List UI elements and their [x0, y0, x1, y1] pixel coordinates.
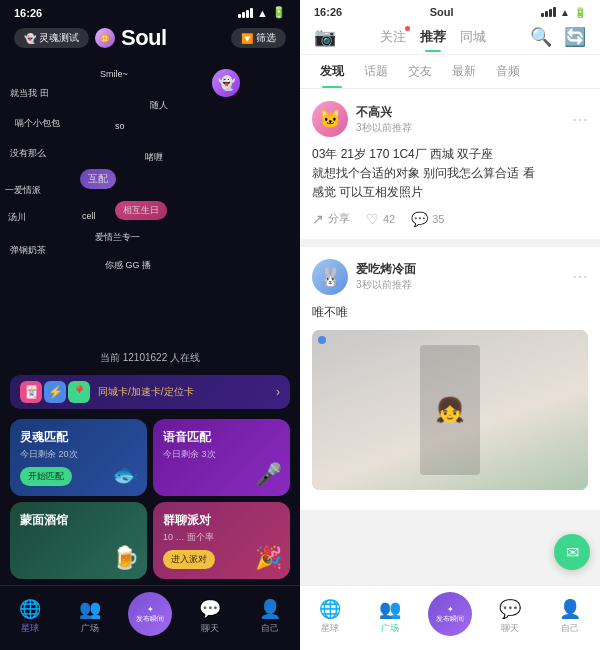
left-status-bar: 16:26 ▲ 🔋 [0, 0, 300, 21]
soul-match-title: 灵魂匹配 [20, 429, 137, 446]
word-suiren: 随人 [150, 99, 168, 112]
left-nav-self[interactable]: 👤 自己 [240, 598, 300, 635]
post-1-share[interactable]: ↗ 分享 [312, 211, 350, 227]
post-1-meta: 不高兴 3秒以前推荐 [356, 104, 564, 135]
ctab-friends[interactable]: 交友 [398, 55, 442, 88]
post-2-username: 爱吃烤冷面 [356, 261, 564, 278]
ghost-icon: 👻 [24, 33, 36, 44]
word-aiqing: 一爱情派 [5, 184, 41, 197]
post-1-header: 🐱 不高兴 3秒以前推荐 ⋯ [312, 101, 588, 137]
post-2-time: 3秒以前推荐 [356, 278, 564, 292]
ghost-test-button[interactable]: 👻 灵魂测试 [14, 28, 89, 48]
right-nav-chat[interactable]: 💬 聊天 [480, 598, 540, 635]
group-party-cta[interactable]: 进入派对 [163, 550, 215, 569]
search-icon[interactable]: 🔍 [530, 26, 552, 48]
publish-center-button[interactable]: ✦ 发布瞬间 [128, 592, 172, 636]
voice-match-subtitle: 今日剩余 3次 [163, 448, 280, 461]
ctab-audio[interactable]: 音频 [486, 55, 530, 88]
r-self-label: 自己 [561, 622, 579, 635]
filter-funnel-icon: 🔽 [241, 33, 253, 44]
ctab-topic[interactable]: 话题 [354, 55, 398, 88]
left-status-icons: ▲ 🔋 [238, 6, 286, 19]
r-planet-icon: 🌐 [319, 598, 341, 620]
word-aiqing2: 爱情兰专一 [95, 231, 140, 244]
filter-label: 筛选 [256, 31, 276, 45]
right-time: 16:26 [314, 6, 342, 18]
filter-button[interactable]: 🔽 筛选 [231, 28, 286, 48]
right-signal-icon [541, 7, 556, 17]
planet-label: 星球 [21, 622, 39, 635]
soul-match-card[interactable]: 灵魂匹配 今日剩余 20次 开始匹配 🐟 [10, 419, 147, 496]
ghost-label: 灵魂测试 [39, 31, 79, 45]
promo-card-wrapper: 🃏 ⚡ 📍 同城卡/加速卡/定位卡 › [0, 371, 300, 413]
right-wifi-icon: ▲ [560, 7, 570, 18]
mail-button[interactable]: ✉ [554, 534, 590, 570]
post-1-like[interactable]: ♡ 42 [366, 211, 395, 227]
word-gg: 你感 GG 播 [105, 259, 151, 272]
comment-count: 35 [432, 213, 444, 225]
post-2-more-icon[interactable]: ⋯ [572, 267, 588, 286]
masked-bar-emoji: 🍺 [112, 545, 139, 571]
left-nav-publish[interactable]: ✦ 发布瞬间 [120, 592, 180, 640]
square-label: 广场 [81, 622, 99, 635]
online-count: 当前 12101622 人在线 [0, 345, 300, 371]
word-cell: cell [82, 211, 96, 221]
r-square-label: 广场 [381, 622, 399, 635]
post-2: 🐰 爱吃烤冷面 3秒以前推荐 ⋯ 唯不唯 👧 [300, 247, 600, 510]
signal-icon [238, 8, 253, 18]
left-panel: 16:26 ▲ 🔋 👻 灵魂测试 ♊ Soul 🔽 筛选 [0, 0, 300, 650]
right-nav-square[interactable]: 👥 广场 [360, 598, 420, 635]
tab-nearby[interactable]: 同城 [460, 28, 486, 46]
mirror-figure: 👧 [420, 345, 480, 475]
post-1-username: 不高兴 [356, 104, 564, 121]
self-icon: 👤 [259, 598, 281, 620]
word-tian: 就当我 田 [10, 87, 49, 100]
masked-bar-card[interactable]: 蒙面酒馆 🍺 [10, 502, 147, 579]
group-party-card[interactable]: 群聊派对 10 … 面个率 进入派对 🎉 [153, 502, 290, 579]
word-hupei: 互配 [80, 169, 116, 189]
ctab-discover[interactable]: 发现 [310, 55, 354, 88]
soul-match-subtitle: 今日剩余 20次 [20, 448, 137, 461]
voice-match-emoji: 🎤 [255, 462, 282, 488]
feed: 🐱 不高兴 3秒以前推荐 ⋯ 03年 21岁 170 1C4厂 西城 双子座 就… [300, 89, 600, 585]
word-tangchuan: 汤川 [8, 211, 26, 224]
r-publish-center-button[interactable]: ✦ 发布瞬间 [428, 592, 472, 636]
image-dot [318, 336, 326, 344]
right-nav-self[interactable]: 👤 自己 [540, 598, 600, 635]
r-chat-icon: 💬 [499, 598, 521, 620]
group-party-title: 群聊派对 [163, 512, 280, 529]
left-nav-planet[interactable]: 🌐 星球 [0, 598, 60, 635]
right-header: 📷 关注 推荐 同城 🔍 🔄 [300, 20, 600, 55]
promo-label: 同城卡/加速卡/定位卡 [98, 385, 268, 399]
post-1-more-icon[interactable]: ⋯ [572, 110, 588, 129]
card-icon-3: 📍 [68, 381, 90, 403]
right-nav-publish[interactable]: ✦ 发布瞬间 [420, 592, 480, 640]
left-nav-square[interactable]: 👥 广场 [60, 598, 120, 635]
soul-match-cta[interactable]: 开始匹配 [20, 467, 72, 486]
publish-icon: ✦ [147, 605, 154, 615]
right-header-tabs: 关注 推荐 同城 [380, 28, 486, 46]
post-image-inner: 👧 [312, 330, 588, 490]
left-nav-chat[interactable]: 💬 聊天 [180, 598, 240, 635]
voice-match-card[interactable]: 语音匹配 今日剩余 3次 🎤 [153, 419, 290, 496]
left-header-left: 👻 灵魂测试 ♊ Soul [14, 25, 167, 51]
r-square-icon: 👥 [379, 598, 401, 620]
post-1-comment[interactable]: 💬 35 [411, 211, 444, 227]
right-panel: 16:26 Soul ▲ 🔋 📷 关注 推荐 同城 🔍 🔄 发现 话题 [300, 0, 600, 650]
ctab-latest[interactable]: 最新 [442, 55, 486, 88]
promo-card[interactable]: 🃏 ⚡ 📍 同城卡/加速卡/定位卡 › [10, 375, 290, 409]
tab-recommend[interactable]: 推荐 [420, 28, 446, 46]
right-nav-planet[interactable]: 🌐 星球 [300, 598, 360, 635]
right-header-icons: 🔍 🔄 [530, 26, 586, 48]
promo-arrow-icon: › [276, 385, 280, 399]
share-label: 分享 [328, 211, 350, 226]
word-zheli: 啫喱 [145, 151, 163, 164]
word-meiyou: 没有那么 [10, 147, 46, 160]
self-label: 自己 [261, 622, 279, 635]
tab-follow[interactable]: 关注 [380, 28, 406, 46]
camera-icon[interactable]: 📷 [314, 26, 336, 48]
word-bag: 嗝个小包包 [15, 117, 60, 130]
refresh-icon[interactable]: 🔄 [564, 26, 586, 48]
planet-icon: 🌐 [19, 598, 41, 620]
floating-avatar: 👻 [212, 69, 240, 97]
